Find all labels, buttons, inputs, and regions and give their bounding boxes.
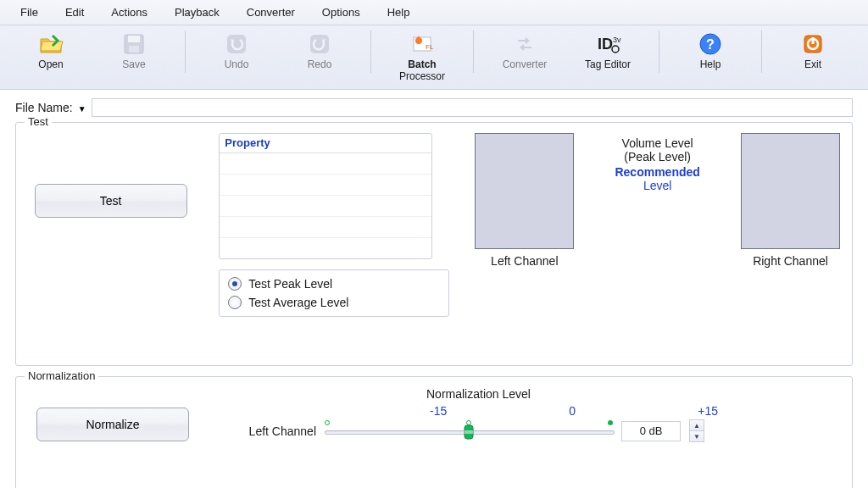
svg-text:ID: ID [598, 36, 613, 53]
svg-rect-2 [129, 46, 139, 53]
save-label: Save [122, 58, 145, 70]
menu-edit[interactable]: Edit [53, 3, 96, 21]
left-channel-label: Left Channel [491, 254, 558, 268]
property-row [220, 217, 431, 238]
menu-file[interactable]: File [8, 3, 50, 21]
converter-label: Converter [503, 58, 548, 70]
svg-point-10 [612, 46, 619, 53]
converter-button: Converter [491, 29, 559, 72]
normalization-group-title: Normalization [25, 369, 98, 382]
svg-text:3v2: 3v2 [613, 36, 621, 44]
radio-label: Test Peak Level [248, 277, 332, 291]
menu-options[interactable]: Options [310, 3, 372, 21]
left-channel-meter [475, 133, 574, 249]
help-button[interactable]: ?Help [676, 29, 744, 72]
file-name-input[interactable] [92, 98, 853, 117]
test-button[interactable]: Test [35, 184, 187, 218]
tag-icon: ID3v2 [594, 30, 621, 58]
svg-rect-17 [465, 430, 473, 434]
spinner-up-icon[interactable]: ▲ [690, 420, 704, 430]
exit-button[interactable]: Exit [779, 29, 847, 72]
exit-icon [799, 30, 826, 58]
property-table: Property [219, 133, 432, 259]
batch-button[interactable]: FLBatchProcessor [388, 29, 456, 84]
toolbar: OpenSaveUndoRedoFLBatchProcessorConverte… [0, 25, 868, 90]
radio-icon [228, 277, 242, 291]
help-label: Help [700, 58, 721, 70]
svg-rect-15 [812, 37, 815, 44]
menu-actions[interactable]: Actions [99, 3, 159, 21]
file-name-label: File Name: [15, 101, 73, 114]
menu-playback[interactable]: Playback [163, 3, 231, 21]
radio-peak[interactable]: Test Peak Level [228, 277, 440, 291]
redo-icon [306, 30, 333, 58]
tick-label-min: -15 [430, 404, 447, 418]
radio-average[interactable]: Test Average Level [228, 296, 440, 309]
tick-label-mid: 0 [569, 404, 576, 418]
tageditor-label: Tag Editor [585, 58, 631, 70]
right-channel-label: Right Channel [753, 254, 828, 268]
test-mode-radios: Test Peak LevelTest Average Level [219, 269, 449, 317]
test-group-title: Test [25, 115, 52, 128]
batch-label: BatchProcessor [399, 58, 445, 82]
toolbar-separator [370, 30, 371, 73]
file-name-dropdown[interactable]: ▼ [78, 102, 86, 114]
toolbar-separator [761, 30, 762, 73]
toolbar-separator [659, 30, 659, 73]
toolbar-separator [473, 30, 474, 73]
right-channel-meter [741, 133, 840, 249]
svg-text:?: ? [706, 37, 715, 52]
normalize-button[interactable]: Normalize [36, 408, 189, 441]
normalization-level-label: Normalization Level [426, 387, 840, 401]
exit-label: Exit [804, 58, 821, 70]
batch-icon: FL [409, 30, 436, 58]
floppy-icon [120, 30, 147, 58]
redo-button: Redo [286, 29, 353, 72]
radio-icon [228, 296, 242, 309]
svg-text:FL: FL [426, 43, 434, 51]
open-label: Open [38, 58, 63, 70]
tageditor-button[interactable]: ID3v2Tag Editor [574, 29, 642, 72]
recommended-label: Recommended [615, 165, 699, 179]
tick-label-max: +15 [698, 404, 718, 418]
slider-tick-min [325, 420, 330, 425]
property-row [220, 196, 431, 217]
normalization-value: 0 dB [621, 421, 681, 441]
slider-thumb[interactable] [464, 424, 474, 440]
redo-label: Redo [308, 58, 332, 70]
property-row [220, 153, 431, 175]
property-row [220, 175, 431, 196]
recommended-level-label: Level [643, 179, 671, 192]
slider-tick-max [608, 420, 613, 425]
property-header: Property [220, 134, 431, 153]
volume-level-label: Volume Level [622, 136, 693, 150]
slider-left-channel-label: Left Channel [223, 424, 316, 438]
normalization-group: Normalization Normalize Normalization Le… [15, 376, 853, 488]
normalization-slider[interactable] [325, 420, 613, 442]
svg-rect-1 [128, 36, 140, 42]
property-row [220, 238, 431, 258]
save-button: Save [100, 29, 168, 72]
undo-icon [223, 30, 250, 58]
help-icon: ? [697, 30, 724, 58]
normalization-spinner[interactable]: ▲ ▼ [689, 419, 704, 442]
folder-open-icon [37, 30, 64, 58]
open-button[interactable]: Open [17, 29, 85, 72]
undo-label: Undo [225, 58, 249, 70]
file-name-row: File Name: ▼ [15, 98, 853, 117]
spinner-down-icon[interactable]: ▼ [690, 430, 704, 441]
menu-help[interactable]: Help [376, 3, 422, 21]
menu-bar: FileEditActionsPlaybackConverterOptionsH… [0, 0, 868, 25]
peak-level-label: (Peak Level) [624, 150, 691, 164]
radio-label: Test Average Level [248, 296, 348, 309]
test-group: Test Test Property Test Peak LevelTest A… [15, 122, 853, 366]
converter-icon [511, 30, 538, 58]
menu-converter[interactable]: Converter [235, 3, 307, 21]
undo-button: Undo [203, 29, 270, 72]
toolbar-separator [185, 30, 186, 73]
